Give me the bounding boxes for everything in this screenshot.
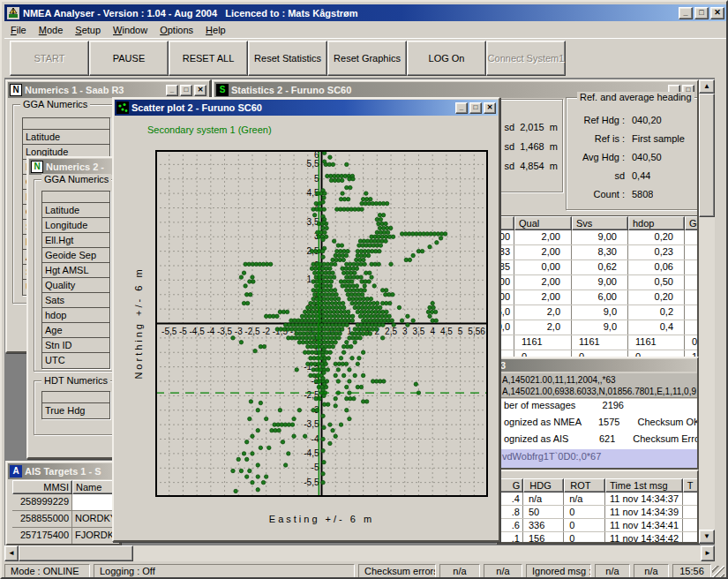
numerics-row[interactable]: Latitude bbox=[23, 130, 109, 145]
resize-grip[interactable] bbox=[712, 566, 724, 578]
menubar: FileModeSetupWindowOptionsHelp bbox=[4, 22, 727, 38]
menu-item[interactable]: Help bbox=[199, 23, 232, 37]
scatter-plot: -5,5-5-4,5-4-3,5-3-2,5-2-1,5-1-,50,511,5… bbox=[155, 150, 488, 497]
table-cell: 6,00 bbox=[572, 290, 628, 305]
toolbar-button[interactable]: LOG On bbox=[407, 41, 486, 76]
numerics-row[interactable] bbox=[42, 392, 109, 403]
numerics2-titlebar[interactable]: N Numerics 2 - bbox=[29, 159, 116, 175]
menu-item[interactable]: Mode bbox=[33, 23, 70, 37]
table-cell: 259604000 bbox=[12, 545, 72, 545]
menu-item[interactable]: Window bbox=[107, 23, 154, 37]
minimize-button[interactable]: _ bbox=[679, 7, 693, 19]
table-row[interactable]: .6336011 nov 14:34:41 bbox=[498, 519, 699, 532]
table-row[interactable]: 257175400FJORDK bbox=[12, 528, 121, 545]
scroll-down-button[interactable]: ▼ bbox=[699, 530, 715, 544]
menu-item[interactable]: Setup bbox=[69, 23, 107, 37]
column-header[interactable]: Qual bbox=[514, 216, 572, 230]
vscroll-thumb[interactable] bbox=[699, 94, 715, 217]
mdi-vscrollbar[interactable]: ▲ ▼ bbox=[699, 79, 715, 544]
table-cell bbox=[683, 532, 699, 544]
numerics-row[interactable]: Stn ID bbox=[42, 338, 109, 353]
menu-item[interactable]: File bbox=[4, 23, 33, 37]
toolbar-button[interactable]: Connect System1 bbox=[486, 41, 566, 76]
numerics-row[interactable]: Quality bbox=[42, 278, 109, 293]
minimize-button[interactable]: _ bbox=[455, 102, 468, 114]
svg-text:-4: -4 bbox=[311, 434, 319, 444]
ais1-titlebar[interactable]: A AIS Targets 1 - S bbox=[8, 463, 118, 479]
table-row[interactable]: 258855000NORDKY bbox=[12, 511, 121, 528]
column-header[interactable]: T bbox=[683, 478, 699, 493]
numerics-row[interactable] bbox=[42, 192, 109, 203]
mdi-hscrollbar[interactable]: ◄ ► bbox=[4, 545, 715, 561]
column-header[interactable]: G bbox=[498, 478, 523, 493]
table-row: 5,02,09,00,2 bbox=[479, 305, 699, 320]
numerics-row[interactable]: Longitude bbox=[42, 218, 109, 233]
numerics-row[interactable]: Age bbox=[42, 323, 109, 338]
scroll-right-button[interactable]: ► bbox=[701, 545, 715, 561]
table-row[interactable]: 259604000FJORDP bbox=[12, 545, 121, 545]
table-row: ,002,009,000,20 bbox=[479, 230, 699, 245]
numerics-row[interactable]: Geoide Sep bbox=[42, 248, 109, 263]
scatter-titlebar[interactable]: Scatter plot 2 - Furuno SC60 _ □ ✕ bbox=[115, 100, 498, 116]
toolbar-button[interactable]: PAUSE bbox=[89, 41, 169, 76]
table-row[interactable]: 258999229 bbox=[12, 494, 121, 511]
table-cell: 5808 bbox=[625, 188, 653, 207]
minimize-button[interactable]: _ bbox=[166, 85, 178, 96]
table-cell: 0,06 bbox=[628, 260, 685, 274]
maximize-button[interactable]: □ bbox=[694, 7, 709, 19]
numerics-row[interactable]: UTC bbox=[42, 353, 109, 368]
menu-item[interactable]: Options bbox=[154, 23, 199, 37]
column-header[interactable]: Geoid bbox=[685, 216, 699, 230]
svg-text:4: 4 bbox=[430, 327, 435, 336]
ref-row: sd0,44 bbox=[567, 169, 698, 188]
numerics-icon: N bbox=[31, 161, 43, 173]
statistics-icon: S bbox=[216, 84, 229, 96]
app-icon bbox=[7, 7, 19, 19]
monitor3-window: 3 A,145021.00,11,11,2004,,*63A,145021.00… bbox=[496, 357, 699, 470]
hscroll-thumb[interactable] bbox=[19, 545, 133, 561]
scroll-up-button[interactable]: ▲ bbox=[699, 79, 715, 94]
toolbar-button[interactable]: START bbox=[10, 41, 89, 76]
table-cell: 0,4 bbox=[628, 320, 685, 335]
numerics-row[interactable] bbox=[23, 118, 109, 130]
column-header[interactable]: Time 1st msg bbox=[605, 478, 683, 493]
column-header[interactable]: hdop bbox=[628, 216, 685, 230]
toolbar-button[interactable]: RESET ALL bbox=[169, 41, 248, 76]
main-titlebar[interactable]: NMEA Analyser - Version : 1.04 - Aug 200… bbox=[4, 4, 727, 21]
numerics-row[interactable]: Latitude bbox=[42, 203, 109, 218]
close-button[interactable]: ✕ bbox=[710, 7, 724, 19]
table-row[interactable]: .4n/an/a11 nov 14:34:37 bbox=[498, 493, 699, 506]
ref-row: Avg Hdg :040,50 bbox=[567, 151, 698, 169]
close-button[interactable]: ✕ bbox=[194, 85, 206, 96]
numerics-row[interactable]: Ell.Hgt bbox=[42, 233, 109, 248]
column-header[interactable]: Svs bbox=[572, 216, 628, 230]
numerics-row[interactable]: hdop bbox=[42, 308, 109, 323]
table-row[interactable]: .1156011 nov 14:34:42 bbox=[498, 532, 699, 544]
svg-text:-4: -4 bbox=[206, 327, 214, 336]
maximize-button[interactable]: □ bbox=[180, 85, 192, 96]
table-cell: 0,2 bbox=[628, 305, 685, 320]
numerics1-titlebar[interactable]: N Numerics 1 - Saab R3 _ □ ✕ bbox=[8, 82, 208, 98]
numerics-row[interactable]: Hgt AMSL bbox=[42, 263, 109, 278]
numerics-row[interactable]: True Hdg bbox=[42, 403, 109, 418]
numerics2-gga-table: LatitudeLongitudeEll.HgtGeoide SepHgt AM… bbox=[41, 191, 110, 369]
message-counts: ber of messages2196ognized as NMEA1575Ch… bbox=[499, 399, 698, 449]
numerics-row[interactable]: Sats bbox=[42, 293, 109, 308]
toolbar-button[interactable]: Reset Statistics bbox=[248, 41, 327, 76]
monitor3-title: 3 bbox=[500, 360, 506, 371]
column-header[interactable]: HDG bbox=[523, 478, 564, 493]
table-cell bbox=[683, 519, 699, 531]
table-row[interactable]: .850011 nov 14:34:39 bbox=[498, 506, 699, 519]
table-cell: 9,0 bbox=[572, 320, 628, 335]
toolbar-button[interactable]: Reset Graphics bbox=[327, 41, 407, 76]
monitor3-titlebar[interactable]: 3 bbox=[499, 359, 696, 372]
svg-text:-4,5: -4,5 bbox=[304, 448, 319, 458]
scroll-left-button[interactable]: ◄ bbox=[4, 545, 19, 561]
maximize-button[interactable]: □ bbox=[469, 102, 482, 114]
column-header[interactable]: MMSI bbox=[12, 480, 72, 494]
scatter-plot-window: Scatter plot 2 - Furuno SC60 _ □ ✕ Secon… bbox=[112, 97, 500, 542]
column-header[interactable]: ROT bbox=[564, 478, 605, 493]
numerics1-title: Numerics 1 - Saab R3 bbox=[25, 85, 124, 95]
ref-group-title: Ref. and average heading bbox=[577, 92, 694, 102]
close-button[interactable]: ✕ bbox=[484, 102, 496, 114]
